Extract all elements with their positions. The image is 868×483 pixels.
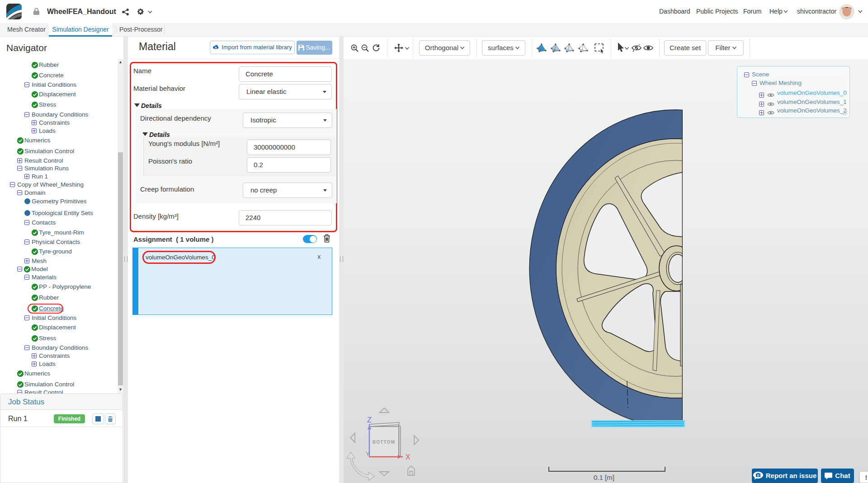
svg-text:X: X xyxy=(406,453,410,461)
svg-text:Y: Y xyxy=(366,450,370,457)
svg-text:BOTTOM: BOTTOM xyxy=(373,440,395,445)
svg-text:Z: Z xyxy=(367,416,372,424)
